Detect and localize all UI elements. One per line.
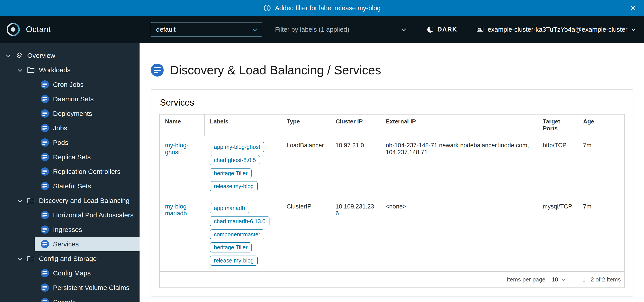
sidebar-item-persistent-volume-claims[interactable]: Persistent Volume Claims bbox=[0, 280, 140, 295]
app-header: Octant default Filter by labels (1 appli… bbox=[0, 16, 644, 43]
external-ip-cell: <none> bbox=[380, 197, 537, 271]
sidebar-item-ingresses[interactable]: Ingresses bbox=[0, 222, 140, 237]
sidebar-item-horizontal-pod-autoscalers[interactable]: Horizontal Pod Autoscalers bbox=[0, 208, 140, 222]
sidebar-item-pods[interactable]: Pods bbox=[0, 135, 140, 150]
label-pill[interactable]: heritage:Tiller bbox=[210, 242, 252, 252]
labels-cell: app:mariadb chart:mariadb-6.13.0 compone… bbox=[204, 197, 281, 271]
main-content: Discovery & Load Balancing / Services Se… bbox=[140, 43, 644, 302]
cluster-ip-cell: 10.109.231.236 bbox=[330, 197, 380, 271]
service-link[interactable]: my-blog-mariadb bbox=[165, 203, 188, 217]
sidebar-item-config-and-storage[interactable]: Config and Storage bbox=[0, 251, 140, 266]
sidebar-item-secrets[interactable]: Secrets bbox=[0, 295, 140, 302]
sidebar-item-label: Persistent Volume Claims bbox=[53, 284, 130, 292]
sidebar-item-services[interactable]: Services bbox=[35, 237, 140, 251]
sidebar-item-deployments[interactable]: Deployments bbox=[0, 106, 140, 121]
services-table: Name Labels Type Cluster IP External IP … bbox=[160, 114, 624, 288]
replication-controllers-icon bbox=[41, 167, 49, 176]
table-header-row: Name Labels Type Cluster IP External IP … bbox=[160, 115, 624, 136]
sidebar-item-label: Replication Controllers bbox=[53, 168, 120, 175]
label-pill[interactable]: chart:mariadb-6.13.0 bbox=[210, 216, 270, 226]
sidebar-item-overview[interactable]: Overview bbox=[0, 48, 140, 63]
sidebar-item-label: Replica Sets bbox=[53, 153, 90, 161]
sidebar-item-stateful-sets[interactable]: Stateful Sets bbox=[0, 179, 140, 193]
sidebar-item-config-maps[interactable]: Config Maps bbox=[0, 266, 140, 280]
moon-icon bbox=[427, 26, 433, 33]
items-per-page-label: Items per page bbox=[507, 276, 546, 283]
chevron-down-icon[interactable] bbox=[18, 67, 23, 73]
overview-icon bbox=[15, 52, 23, 60]
sidebar-item-label: Stateful Sets bbox=[53, 182, 91, 190]
sidebar-item-label: Deployments bbox=[53, 110, 92, 117]
label-pill[interactable]: app:my-blog-ghost bbox=[210, 142, 264, 152]
sidebar-item-discovery-and-load-balancing[interactable]: Discovery and Load Balancing bbox=[0, 193, 140, 208]
labels-cell: app:my-blog-ghost chart:ghost-8.0.5 heri… bbox=[204, 136, 281, 197]
sidebar-item-label: Daemon Sets bbox=[53, 95, 94, 103]
sidebar-item-workloads[interactable]: Workloads bbox=[0, 63, 140, 77]
replica-sets-icon bbox=[41, 153, 49, 161]
brand: Octant bbox=[0, 22, 140, 37]
page-title: Discovery & Load Balancing / Services bbox=[170, 63, 381, 77]
items-per-page-value: 10 bbox=[552, 276, 558, 283]
folder-icon bbox=[27, 197, 35, 205]
sidebar-item-label: Horizontal Pod Autoscalers bbox=[53, 211, 134, 219]
service-link[interactable]: my-blog-ghost bbox=[165, 142, 188, 155]
config-maps-icon bbox=[41, 269, 49, 277]
horizontal-pod-autoscalers-icon bbox=[41, 211, 49, 219]
chevron-down-icon[interactable] bbox=[18, 198, 23, 203]
cluster-name: example-cluster-ka3TuTzYo4a@example-clus… bbox=[488, 26, 628, 33]
label-pill[interactable]: component:master bbox=[210, 229, 264, 240]
sidebar-item-label: Overview bbox=[27, 52, 55, 59]
daemon-sets-icon bbox=[41, 95, 49, 103]
cluster-ip-cell: 10.97.21.0 bbox=[330, 136, 380, 197]
type-cell: LoadBalancer bbox=[281, 136, 330, 197]
label-pill[interactable]: release:my-blog bbox=[210, 181, 258, 191]
column-header-target-ports: Target Ports bbox=[537, 115, 578, 136]
secrets-icon bbox=[41, 298, 49, 302]
sidebar-item-label: Ingresses bbox=[53, 226, 82, 233]
sidebar-item-replica-sets[interactable]: Replica Sets bbox=[0, 150, 140, 164]
theme-toggle-button[interactable]: DARK bbox=[427, 26, 457, 33]
sidebar-item-label: Services bbox=[53, 240, 79, 248]
sidebar: Overview Workloads Cron Jobs Daemon Sets… bbox=[0, 43, 140, 302]
chevron-down-icon bbox=[561, 278, 566, 282]
persistent-volume-claims-icon bbox=[41, 284, 49, 292]
stateful-sets-icon bbox=[41, 182, 49, 190]
pagination-range: 1 - 2 of 2 items bbox=[582, 276, 621, 283]
items-per-page-select[interactable]: 10 bbox=[552, 276, 566, 283]
sidebar-item-cron-jobs[interactable]: Cron Jobs bbox=[0, 77, 140, 92]
label-filter-text: Filter by labels (1 applied) bbox=[275, 26, 349, 33]
notification-message: Added filter for label release:my-blog bbox=[275, 4, 380, 12]
notification-bar: Added filter for label release:my-blog × bbox=[0, 0, 644, 16]
chevron-down-icon[interactable] bbox=[6, 53, 11, 58]
page-title-row: Discovery & Load Balancing / Services bbox=[151, 63, 644, 77]
type-cell: ClusterIP bbox=[281, 197, 330, 271]
services-page-icon bbox=[151, 64, 164, 77]
column-header-type: Type bbox=[281, 115, 330, 136]
label-pill[interactable]: release:my-blog bbox=[210, 256, 258, 266]
sidebar-item-label: Workloads bbox=[39, 66, 70, 74]
sidebar-item-label: Cron Jobs bbox=[53, 81, 84, 88]
table-row: my-blog-ghost app:my-blog-ghost chart:gh… bbox=[160, 136, 624, 197]
jobs-icon bbox=[41, 124, 49, 132]
sidebar-item-label: Pods bbox=[53, 139, 68, 147]
services-icon bbox=[41, 240, 49, 248]
label-pill[interactable]: chart:ghost-8.0.5 bbox=[210, 155, 260, 165]
label-pill[interactable]: heritage:Tiller bbox=[210, 168, 252, 178]
cluster-select[interactable]: example-cluster-ka3TuTzYo4a@example-clus… bbox=[476, 25, 636, 33]
chevron-down-icon bbox=[401, 27, 406, 32]
namespace-select[interactable]: default bbox=[151, 22, 262, 37]
name-cell: my-blog-mariadb bbox=[160, 197, 204, 271]
sidebar-item-jobs[interactable]: Jobs bbox=[0, 121, 140, 135]
external-ip-cell: nb-104-237-148-71.newark.nodebalancer.li… bbox=[380, 136, 537, 197]
age-cell: 7m bbox=[578, 136, 624, 197]
age-cell: 7m bbox=[578, 197, 624, 271]
chevron-down-icon bbox=[632, 27, 636, 32]
close-icon[interactable]: × bbox=[628, 2, 638, 14]
label-pill[interactable]: app:mariadb bbox=[210, 203, 249, 213]
sidebar-item-label: Discovery and Load Balancing bbox=[39, 197, 130, 204]
chevron-down-icon[interactable] bbox=[18, 256, 23, 261]
sidebar-item-daemon-sets[interactable]: Daemon Sets bbox=[0, 92, 140, 106]
sidebar-item-replication-controllers[interactable]: Replication Controllers bbox=[0, 164, 140, 179]
label-filter-select[interactable]: Filter by labels (1 applied) bbox=[275, 26, 406, 33]
column-header-labels: Labels bbox=[204, 115, 281, 136]
